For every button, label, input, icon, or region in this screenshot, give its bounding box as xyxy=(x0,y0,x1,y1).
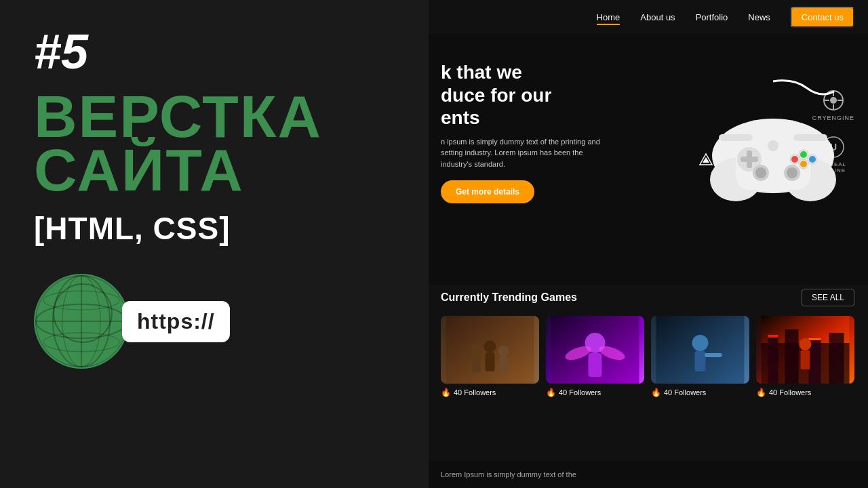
followers-count-4: 40 Followers xyxy=(769,388,811,396)
globe-container: https:// xyxy=(34,274,393,369)
svg-rect-65 xyxy=(801,350,810,369)
nav-item-portfolio[interactable]: Portfolio xyxy=(696,12,728,22)
episode-number: #5 xyxy=(34,27,393,76)
svg-rect-44 xyxy=(486,352,495,371)
globe-icon xyxy=(34,274,129,369)
svg-rect-61 xyxy=(829,333,844,384)
fire-icon-3: 🔥 xyxy=(651,388,661,397)
followers-count-2: 40 Followers xyxy=(559,388,601,396)
followers-count-3: 40 Followers xyxy=(664,388,706,396)
svg-point-43 xyxy=(484,340,496,352)
right-panel: Home About us Portfolio News Contact us … xyxy=(427,0,868,488)
svg-point-32 xyxy=(800,161,807,167)
thumb-chars-1 xyxy=(441,316,539,384)
game-thumb-4[interactable] xyxy=(756,316,854,384)
panel-divider xyxy=(388,0,429,488)
svg-rect-63 xyxy=(809,338,821,340)
navigation: Home About us Portfolio News Contact us xyxy=(427,0,868,34)
gamepad-image xyxy=(698,75,848,224)
nav-item-news[interactable]: News xyxy=(748,12,770,22)
game-followers-2: 🔥 40 Followers xyxy=(546,388,644,397)
cta-button[interactable]: Get more details xyxy=(441,180,534,203)
svg-rect-34 xyxy=(719,134,753,141)
left-panel: #5 ВЕРСТКА САЙТА [HTML, CSS] https:// xyxy=(0,0,427,488)
svg-point-33 xyxy=(768,140,778,151)
followers-count-1: 40 Followers xyxy=(454,388,496,396)
svg-point-6 xyxy=(43,291,119,310)
game-card-1: 🔥 40 Followers xyxy=(441,316,539,397)
svg-rect-58 xyxy=(768,336,778,384)
svg-point-45 xyxy=(498,346,509,357)
thumb-chars-2 xyxy=(546,316,644,384)
svg-rect-55 xyxy=(705,353,722,357)
thumb-chars-3 xyxy=(651,316,749,384)
svg-point-29 xyxy=(800,151,807,158)
games-grid: 🔥 40 Followers xyxy=(441,316,854,397)
game-card-3: 🔥 40 Followers xyxy=(651,316,749,397)
bottom-text-content: Lorem Ipsum is simply dummy text of the xyxy=(441,470,576,479)
svg-point-30 xyxy=(791,156,798,163)
svg-rect-54 xyxy=(695,351,706,371)
svg-point-39 xyxy=(787,167,797,178)
hero-headline: k that we duce for our ents xyxy=(441,61,617,129)
hero-line3: ents xyxy=(441,107,480,128)
title-line1: ВЕРСТКА xyxy=(34,89,393,143)
bottom-text-bar: Lorem Ipsum is simply dummy text of the xyxy=(427,461,868,488)
hero-description: n ipsum is simply dummy text of the prin… xyxy=(441,136,604,170)
title-line2: САЙТА xyxy=(34,143,393,197)
game-card-4: 🔥 40 Followers xyxy=(756,316,854,397)
fire-icon-2: 🔥 xyxy=(546,388,556,397)
svg-point-64 xyxy=(800,338,812,350)
fire-icon-1: 🔥 xyxy=(441,388,451,397)
subtitle: [HTML, CSS] xyxy=(34,210,393,247)
game-thumb-2[interactable] xyxy=(546,316,644,384)
fire-icon-4: 🔥 xyxy=(756,388,766,397)
nav-item-about[interactable]: About us xyxy=(640,12,675,22)
url-badge: https:// xyxy=(122,301,230,342)
see-all-button[interactable]: SEE ALL xyxy=(802,289,854,306)
game-followers-1: 🔥 40 Followers xyxy=(441,388,539,397)
game-card-2: 🔥 40 Followers xyxy=(546,316,644,397)
svg-rect-59 xyxy=(785,329,799,384)
svg-rect-46 xyxy=(500,357,508,371)
nav-item-home[interactable]: Home xyxy=(597,12,620,22)
hero-section: k that we duce for our ents n ipsum is s… xyxy=(427,34,868,285)
trending-title: Currently Trending Games xyxy=(441,291,577,304)
svg-point-37 xyxy=(755,167,766,178)
game-followers-3: 🔥 40 Followers xyxy=(651,388,749,397)
game-thumb-1[interactable] xyxy=(441,316,539,384)
svg-point-41 xyxy=(471,344,482,355)
thumb-chars-4 xyxy=(756,316,854,384)
hero-line1: k that we xyxy=(441,62,522,83)
game-thumb-3[interactable] xyxy=(651,316,749,384)
svg-rect-62 xyxy=(768,335,778,338)
svg-rect-42 xyxy=(473,355,481,372)
svg-point-31 xyxy=(809,156,816,163)
svg-rect-35 xyxy=(793,134,827,141)
hero-line2: duce for our xyxy=(441,85,551,106)
contact-button[interactable]: Contact us xyxy=(791,7,854,28)
game-followers-4: 🔥 40 Followers xyxy=(756,388,854,397)
svg-rect-24 xyxy=(741,157,758,162)
svg-point-53 xyxy=(692,335,709,351)
trending-header: Currently Trending Games SEE ALL xyxy=(441,289,854,306)
svg-rect-49 xyxy=(589,353,602,377)
trending-section: Currently Trending Games SEE ALL xyxy=(427,278,868,408)
